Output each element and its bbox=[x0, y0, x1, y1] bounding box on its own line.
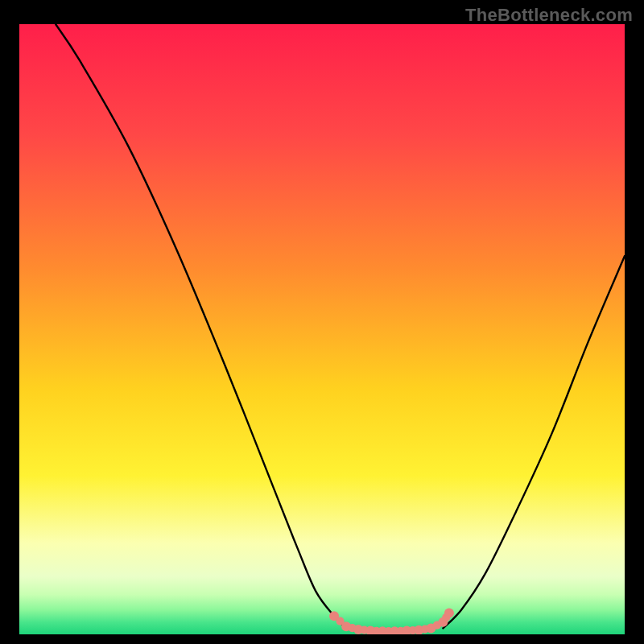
plot-svg bbox=[19, 24, 625, 634]
highlight-dot bbox=[444, 608, 454, 617]
chart-stage: TheBottleneck.com bbox=[0, 0, 644, 644]
gradient-background bbox=[19, 24, 625, 634]
plot-area bbox=[19, 24, 625, 634]
watermark-label: TheBottleneck.com bbox=[465, 5, 633, 26]
